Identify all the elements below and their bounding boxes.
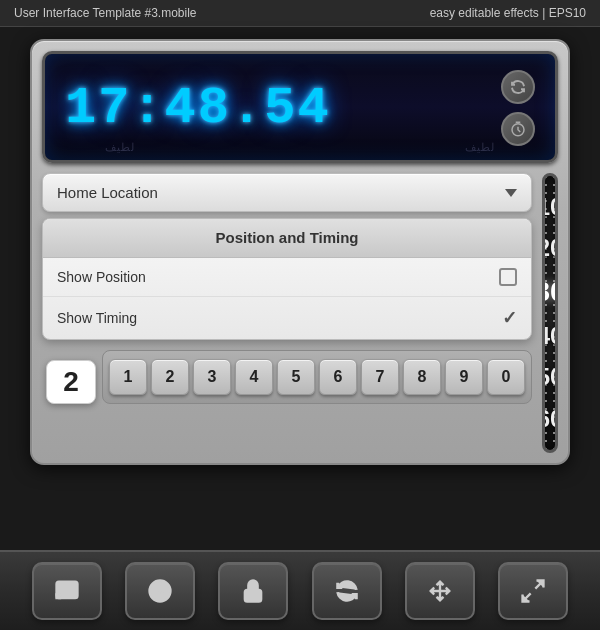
menu-header-text: Position and Timing — [215, 229, 358, 246]
ruler-number-30: 30 — [542, 276, 558, 308]
lock-toolbar-button[interactable] — [218, 562, 288, 620]
ruler-number-10: 10 — [542, 193, 558, 221]
fullscreen-toolbar-button[interactable] — [498, 562, 568, 620]
key-0[interactable]: 0 — [487, 359, 525, 395]
key-7[interactable]: 7 — [361, 359, 399, 395]
menu-popup: Position and Timing Show Position Show T… — [42, 218, 532, 340]
refresh-toolbar-button[interactable] — [312, 562, 382, 620]
number-popup-value: 2 — [63, 366, 79, 398]
key-6[interactable]: 6 — [319, 359, 357, 395]
move-toolbar-button[interactable] — [405, 562, 475, 620]
number-popup: 2 — [46, 360, 96, 404]
show-position-item[interactable]: Show Position — [43, 258, 531, 297]
svg-rect-3 — [245, 590, 261, 602]
dropdown-arrow-icon — [505, 189, 517, 197]
top-bar: User Interface Template #3.mobile easy e… — [0, 0, 600, 27]
ruler-number-40: 40 — [542, 322, 558, 350]
show-timing-label: Show Timing — [57, 310, 137, 326]
ruler-number-60: 60 — [542, 405, 558, 433]
show-timing-checkmark: ✓ — [502, 307, 517, 329]
clock-toolbar-button[interactable] — [125, 562, 195, 620]
key-5[interactable]: 5 — [277, 359, 315, 395]
menu-header: Position and Timing — [43, 219, 531, 258]
show-position-checkbox[interactable] — [499, 268, 517, 286]
show-timing-item[interactable]: Show Timing ✓ — [43, 297, 531, 339]
key-4[interactable]: 4 — [235, 359, 273, 395]
watermark-left: لطیف — [105, 141, 135, 154]
watermark-right: لطیف — [465, 141, 495, 154]
clock-time: 17:48.54 — [65, 79, 331, 138]
key-3[interactable]: 3 — [193, 359, 231, 395]
clock-icons — [501, 70, 535, 146]
ruler-number-20: 20 — [542, 234, 558, 262]
home-location-dropdown[interactable]: Home Location — [42, 173, 532, 212]
main-content: Home Location Position and Timing Show P… — [42, 173, 558, 453]
bottom-toolbar — [0, 550, 600, 630]
number-keyboard: 1234567890 — [102, 350, 532, 404]
message-button[interactable] — [32, 562, 102, 620]
widget-container: 17:48.54 لطیف لطیف — [30, 39, 570, 465]
top-bar-title: User Interface Template #3.mobile — [14, 6, 197, 20]
refresh-clock-button[interactable] — [501, 70, 535, 104]
left-panel: Home Location Position and Timing Show P… — [42, 173, 532, 404]
show-position-label: Show Position — [57, 269, 146, 285]
clock-display: 17:48.54 لطیف لطیف — [42, 51, 558, 163]
key-8[interactable]: 8 — [403, 359, 441, 395]
key-1[interactable]: 1 — [109, 359, 147, 395]
top-bar-subtitle: easy editable effects | EPS10 — [430, 6, 586, 20]
keyboard-row: 2 1234567890 — [42, 346, 532, 404]
timer-button[interactable] — [501, 112, 535, 146]
ruler-panel: 102030405060 — [542, 173, 558, 453]
key-9[interactable]: 9 — [445, 359, 483, 395]
dropdown-label: Home Location — [57, 184, 158, 201]
ruler-number-50: 50 — [542, 363, 558, 391]
key-2[interactable]: 2 — [151, 359, 189, 395]
